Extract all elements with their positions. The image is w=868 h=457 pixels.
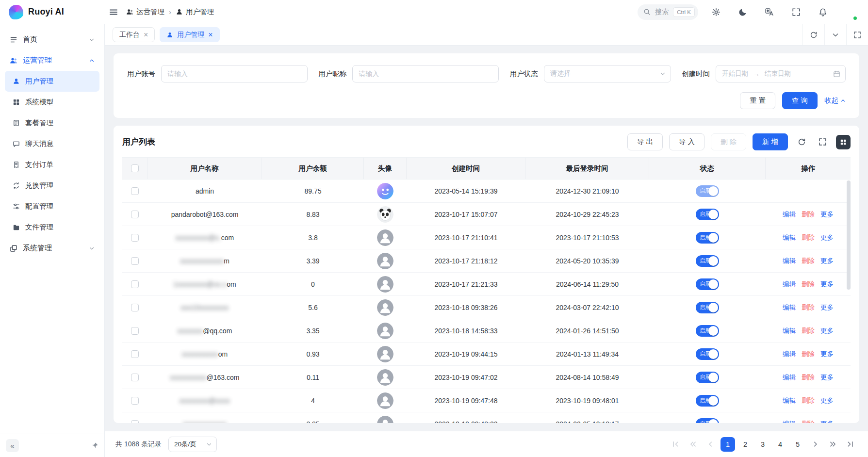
- status-select[interactable]: 请选择: [544, 65, 671, 82]
- prev-page-button[interactable]: [703, 437, 718, 452]
- status-toggle[interactable]: 启用: [696, 372, 719, 383]
- sidebar-group-system[interactable]: 系统管理: [5, 238, 99, 259]
- row-checkbox[interactable]: [131, 187, 139, 195]
- row-checkbox[interactable]: [131, 280, 139, 288]
- nickname-input[interactable]: [352, 65, 499, 82]
- refresh-list-button[interactable]: [794, 135, 809, 149]
- delete-link[interactable]: 删除: [802, 210, 815, 219]
- row-user-avatar[interactable]: [377, 229, 393, 246]
- sidebar-item-config[interactable]: 配置管理: [5, 196, 99, 217]
- row-user-avatar[interactable]: [377, 416, 393, 424]
- edit-link[interactable]: 编辑: [783, 303, 796, 312]
- first-page-button[interactable]: [668, 437, 683, 452]
- settings-button[interactable]: [707, 3, 725, 21]
- content-fullscreen-button[interactable]: [846, 24, 868, 45]
- page-button-1[interactable]: 1: [721, 437, 735, 452]
- delete-link[interactable]: 删除: [802, 350, 815, 359]
- fullscreen-table-button[interactable]: [815, 135, 830, 149]
- import-button[interactable]: 导 入: [669, 133, 704, 150]
- delete-link[interactable]: 删除: [802, 257, 815, 265]
- close-icon[interactable]: ×: [144, 31, 148, 39]
- status-toggle[interactable]: 启用: [696, 185, 719, 197]
- row-user-avatar[interactable]: [377, 346, 393, 362]
- prev-group-button[interactable]: [686, 437, 700, 452]
- status-toggle[interactable]: 启用: [696, 278, 719, 290]
- row-user-avatar[interactable]: [377, 369, 393, 386]
- next-page-button[interactable]: [808, 437, 822, 452]
- status-toggle[interactable]: 启用: [696, 325, 719, 337]
- tab-options-button[interactable]: [824, 24, 846, 45]
- edit-link[interactable]: 编辑: [783, 420, 796, 424]
- page-button-2[interactable]: 2: [738, 437, 753, 452]
- app-logo[interactable]: Ruoyi AI: [0, 5, 105, 19]
- delete-link[interactable]: 删除: [802, 233, 815, 242]
- edit-link[interactable]: 编辑: [783, 257, 796, 265]
- row-user-avatar[interactable]: [377, 276, 393, 293]
- breadcrumb-operations[interactable]: 运营管理: [126, 7, 164, 16]
- sidebar-item-model[interactable]: 系统模型: [5, 92, 99, 113]
- more-link[interactable]: 更多: [820, 280, 834, 289]
- edit-link[interactable]: 编辑: [783, 350, 796, 359]
- more-link[interactable]: 更多: [820, 420, 834, 424]
- edit-link[interactable]: 编辑: [783, 210, 796, 219]
- edit-link[interactable]: 编辑: [783, 326, 796, 335]
- more-link[interactable]: 更多: [820, 303, 834, 312]
- row-checkbox[interactable]: [131, 420, 139, 424]
- refresh-tab-button[interactable]: [802, 24, 824, 45]
- sidebar-item-chat[interactable]: 聊天消息: [5, 133, 99, 154]
- edit-link[interactable]: 编辑: [783, 233, 796, 242]
- row-checkbox[interactable]: [131, 397, 139, 405]
- page-button-4[interactable]: 4: [773, 437, 787, 452]
- pin-sidebar-button[interactable]: [91, 442, 98, 449]
- status-toggle[interactable]: 启用: [696, 209, 719, 220]
- row-user-avatar[interactable]: [377, 206, 393, 223]
- language-button[interactable]: [761, 3, 778, 21]
- row-checkbox[interactable]: [131, 257, 139, 265]
- column-settings-button[interactable]: [836, 135, 851, 149]
- add-button[interactable]: 新 增: [753, 133, 788, 150]
- select-all-checkbox[interactable]: [131, 164, 139, 172]
- table-scrollbar[interactable]: [847, 180, 851, 290]
- close-icon[interactable]: ×: [208, 31, 213, 39]
- sidebar-item-exchange[interactable]: 兑换管理: [5, 175, 99, 196]
- delete-button[interactable]: 删 除: [711, 133, 746, 150]
- sidebar-toggle-button[interactable]: [105, 3, 122, 21]
- more-link[interactable]: 更多: [820, 373, 834, 382]
- status-toggle[interactable]: 启用: [696, 395, 719, 407]
- delete-link[interactable]: 删除: [802, 280, 815, 289]
- edit-link[interactable]: 编辑: [783, 396, 796, 405]
- row-checkbox[interactable]: [131, 350, 139, 358]
- export-button[interactable]: 导 出: [627, 133, 663, 150]
- reset-button[interactable]: 重 置: [740, 92, 775, 109]
- delete-link[interactable]: 删除: [802, 420, 815, 424]
- page-button-5[interactable]: 5: [790, 437, 805, 452]
- row-user-avatar[interactable]: [377, 183, 393, 199]
- status-toggle[interactable]: 启用: [696, 302, 719, 313]
- row-checkbox[interactable]: [131, 374, 139, 381]
- row-user-avatar[interactable]: [377, 392, 393, 409]
- date-range-picker[interactable]: 开始日期 → 结束日期: [716, 65, 846, 82]
- edit-link[interactable]: 编辑: [783, 280, 796, 289]
- collapse-filters-link[interactable]: 收起: [824, 96, 846, 105]
- row-user-avatar[interactable]: [377, 299, 393, 316]
- dark-mode-button[interactable]: [734, 3, 752, 21]
- collapse-sidebar-button[interactable]: «: [6, 439, 19, 452]
- row-checkbox[interactable]: [131, 211, 139, 218]
- breadcrumb-user-management[interactable]: 用户管理: [176, 7, 214, 16]
- last-page-button[interactable]: [843, 437, 857, 452]
- global-search[interactable]: 搜索 Ctrl K: [638, 4, 698, 20]
- search-button[interactable]: 查 询: [782, 92, 818, 109]
- sidebar-item-user[interactable]: 用户管理: [5, 71, 99, 92]
- more-link[interactable]: 更多: [820, 326, 834, 335]
- delete-link[interactable]: 删除: [802, 373, 815, 382]
- row-user-avatar[interactable]: [377, 323, 393, 339]
- page-size-select[interactable]: 20条/页: [168, 437, 217, 452]
- delete-link[interactable]: 删除: [802, 326, 815, 335]
- row-user-avatar[interactable]: [377, 253, 393, 269]
- status-toggle[interactable]: 启用: [696, 418, 719, 424]
- next-group-button[interactable]: [825, 437, 840, 452]
- tab-workbench[interactable]: 工作台 ×: [113, 27, 155, 42]
- row-checkbox[interactable]: [131, 304, 139, 311]
- sidebar-item-file[interactable]: 文件管理: [5, 217, 99, 238]
- status-toggle[interactable]: 启用: [696, 255, 719, 267]
